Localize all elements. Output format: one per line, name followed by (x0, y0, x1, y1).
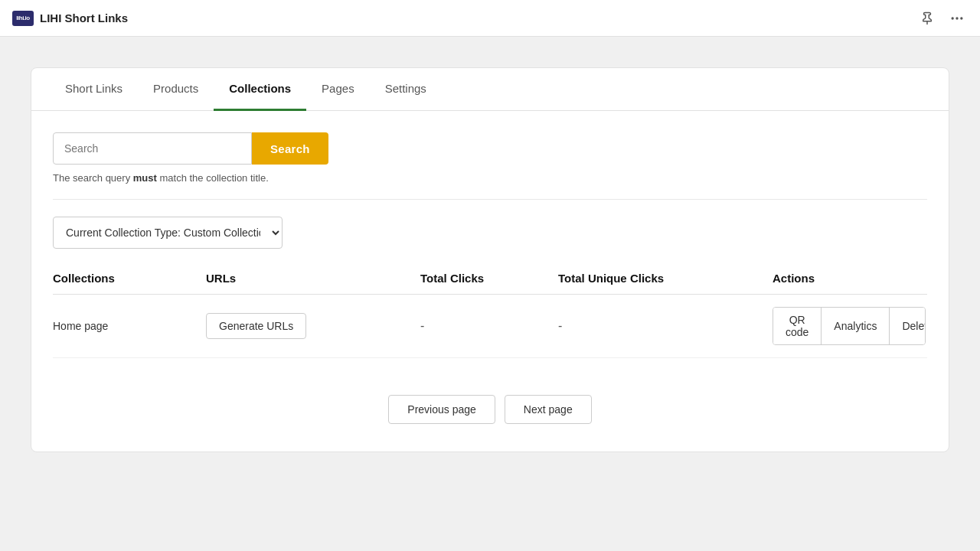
main-card: Short Links Products Collections Pages S… (31, 67, 949, 452)
cell-collection-name: Home page (53, 320, 206, 332)
tab-pages[interactable]: Pages (306, 68, 370, 111)
col-total-unique-clicks: Total Unique Clicks (558, 272, 773, 285)
col-total-clicks: Total Clicks (420, 272, 558, 285)
cell-actions: QR code Analytics Delete (773, 307, 926, 345)
cell-total-unique-clicks: - (558, 319, 773, 333)
tabs-nav: Short Links Products Collections Pages S… (31, 68, 949, 111)
col-collections: Collections (53, 272, 206, 285)
tab-settings[interactable]: Settings (370, 68, 442, 111)
tab-products[interactable]: Products (138, 68, 214, 111)
card-body: Search The search query must match the c… (31, 111, 949, 452)
search-hint: The search query must match the collecti… (53, 172, 927, 184)
delete-button[interactable]: Delete (890, 308, 926, 344)
table-header: Collections URLs Total Clicks Total Uniq… (53, 272, 927, 295)
action-buttons-group: QR code Analytics Delete (773, 307, 926, 345)
divider (53, 199, 927, 200)
generate-urls-button[interactable]: Generate URLs (206, 313, 306, 339)
search-row: Search (53, 132, 927, 165)
pin-button[interactable] (917, 8, 937, 28)
topbar: lihi.io LIHI Short Links (0, 0, 980, 37)
collection-type-select[interactable]: Current Collection Type: Custom Collecti… (53, 217, 283, 249)
tab-collections[interactable]: Collections (214, 68, 306, 111)
next-page-button[interactable]: Next page (505, 395, 592, 424)
svg-point-1 (952, 17, 954, 19)
analytics-button[interactable]: Analytics (822, 308, 890, 344)
tab-short-links[interactable]: Short Links (50, 68, 138, 111)
svg-point-2 (956, 17, 958, 19)
cell-urls: Generate URLs (206, 313, 420, 339)
cell-total-clicks: - (420, 319, 558, 333)
search-input[interactable] (53, 132, 252, 165)
col-actions: Actions (773, 272, 926, 285)
previous-page-button[interactable]: Previous page (388, 395, 495, 424)
topbar-right (917, 8, 968, 29)
svg-point-3 (960, 17, 962, 19)
search-button[interactable]: Search (252, 132, 328, 165)
topbar-left: lihi.io LIHI Short Links (12, 11, 128, 26)
col-urls: URLs (206, 272, 420, 285)
more-options-button[interactable] (946, 8, 968, 29)
app-logo: lihi.io (12, 11, 34, 26)
main-content: Short Links Products Collections Pages S… (0, 37, 980, 483)
app-title: LIHI Short Links (40, 11, 128, 24)
qr-code-button[interactable]: QR code (773, 308, 822, 344)
table-row: Home page Generate URLs - - QR code Anal… (53, 295, 927, 358)
pagination: Previous page Next page (53, 395, 927, 424)
